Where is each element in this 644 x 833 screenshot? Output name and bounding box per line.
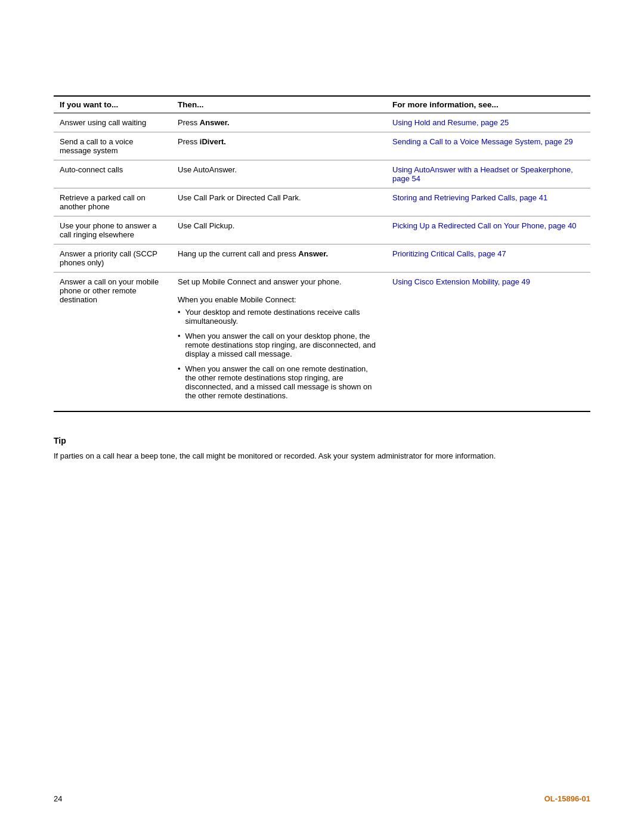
page-number: 24: [54, 794, 62, 803]
header-col1: If you want to...: [54, 96, 172, 113]
row3-col2: Use AutoAnswer.: [172, 160, 386, 188]
row6-col2: Hang up the current call and press Answe…: [172, 244, 386, 272]
bullet-text-1: Your desktop and remote destinations rec…: [185, 308, 380, 326]
row4-col3: Storing and Retrieving Parked Calls, pag…: [386, 188, 590, 216]
answer-bold: Answer.: [200, 118, 230, 127]
row3-link[interactable]: Using AutoAnswer with a Headset or Speak…: [392, 165, 573, 183]
row4-col1: Retrieve a parked call on another phone: [54, 188, 172, 216]
row7-col2: Set up Mobile Connect and answer your ph…: [172, 272, 386, 412]
table-row: Answer a priority call (SCCP phones only…: [54, 244, 590, 272]
doc-number: OL-15896-01: [544, 794, 590, 803]
header-col3: For more information, see...: [386, 96, 590, 113]
table-row: Answer using call waiting Press Answer. …: [54, 113, 590, 132]
row2-col1: Send a call to a voice message system: [54, 132, 172, 160]
list-item: When you answer the call on one remote d…: [178, 364, 380, 400]
row5-col3: Picking Up a Redirected Call on Your Pho…: [386, 216, 590, 244]
header-col2: Then...: [172, 96, 386, 113]
row1-col2: Press Answer.: [172, 113, 386, 132]
tip-text: If parties on a call hear a beep tone, t…: [54, 450, 590, 462]
row1-col3: Using Hold and Resume, page 25: [386, 113, 590, 132]
bullet-text-3: When you answer the call on one remote d…: [185, 364, 380, 400]
table-row: Answer a call on your mobile phone or ot…: [54, 272, 590, 412]
row6-link[interactable]: Prioritizing Critical Calls, page 47: [392, 249, 506, 258]
page-container: If you want to... Then... For more infor…: [0, 0, 644, 833]
row3-col3: Using AutoAnswer with a Headset or Speak…: [386, 160, 590, 188]
row2-link[interactable]: Sending a Call to a Voice Message System…: [392, 137, 573, 146]
answer2-bold: Answer.: [298, 249, 328, 258]
page-footer: 24 OL-15896-01: [54, 794, 590, 803]
row7-col3: Using Cisco Extension Mobility, page 49: [386, 272, 590, 412]
idivert-bold: iDivert.: [200, 137, 226, 146]
row1-link[interactable]: Using Hold and Resume, page 25: [392, 118, 509, 127]
bullet-text-2: When you answer the call on your desktop…: [185, 332, 380, 358]
row5-link[interactable]: Picking Up a Redirected Call on Your Pho…: [392, 221, 577, 230]
row5-col1: Use your phone to answer a call ringing …: [54, 216, 172, 244]
table-row: Send a call to a voice message system Pr…: [54, 132, 590, 160]
row7-link[interactable]: Using Cisco Extension Mobility, page 49: [392, 277, 530, 286]
main-table: If you want to... Then... For more infor…: [54, 95, 590, 412]
row5-col2: Use Call Pickup.: [172, 216, 386, 244]
table-row: Retrieve a parked call on another phone …: [54, 188, 590, 216]
row1-col1: Answer using call waiting: [54, 113, 172, 132]
row4-link[interactable]: Storing and Retrieving Parked Calls, pag…: [392, 193, 547, 202]
list-item: Your desktop and remote destinations rec…: [178, 308, 380, 326]
row2-col3: Sending a Call to a Voice Message System…: [386, 132, 590, 160]
row7-col1: Answer a call on your mobile phone or ot…: [54, 272, 172, 412]
row2-col2: Press iDivert.: [172, 132, 386, 160]
table-row: Auto-connect calls Use AutoAnswer. Using…: [54, 160, 590, 188]
bullet-list: Your desktop and remote destinations rec…: [178, 308, 380, 400]
list-item: When you answer the call on your desktop…: [178, 332, 380, 358]
row4-col2: Use Call Park or Directed Call Park.: [172, 188, 386, 216]
tip-title: Tip: [54, 436, 590, 445]
row6-col1: Answer a priority call (SCCP phones only…: [54, 244, 172, 272]
row3-col1: Auto-connect calls: [54, 160, 172, 188]
row6-col3: Prioritizing Critical Calls, page 47: [386, 244, 590, 272]
table-row: Use your phone to answer a call ringing …: [54, 216, 590, 244]
tip-section: Tip If parties on a call hear a beep ton…: [54, 436, 590, 462]
